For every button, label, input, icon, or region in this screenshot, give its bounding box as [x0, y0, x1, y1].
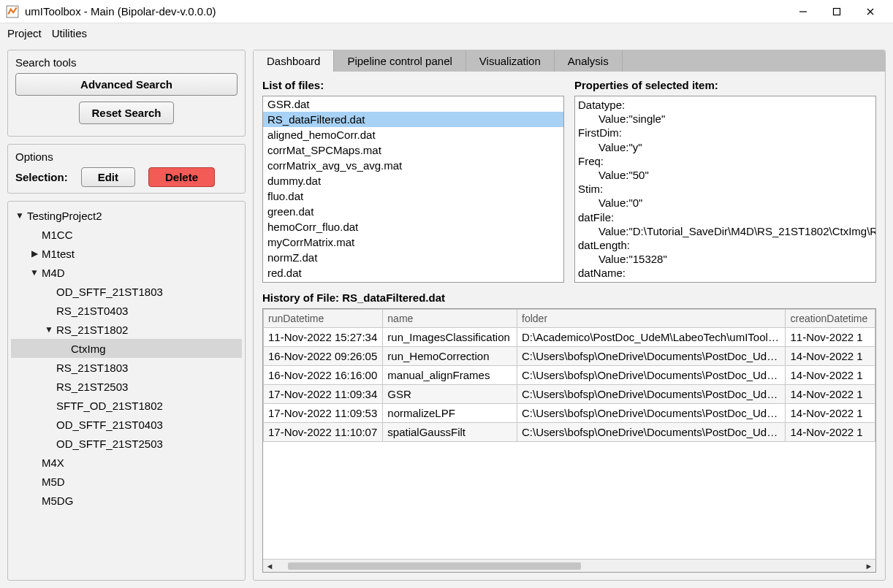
table-row[interactable]: 16-Nov-2022 16:16:00manual_alignFramesC:… — [264, 366, 875, 385]
tree-item-label: M1CC — [40, 229, 73, 241]
history-table-wrap: runDatetime name folder creationDatetime… — [262, 308, 876, 573]
table-cell: 14-Nov-2022 1 — [786, 404, 875, 423]
table-cell: C:\Users\bofsp\OneDrive\Documents\PostDo… — [517, 404, 786, 423]
tree-item[interactable]: ▶M1test — [11, 244, 242, 263]
table-cell: 14-Nov-2022 1 — [786, 366, 875, 385]
tree-item-label: OD_SFTF_21ST2503 — [55, 438, 163, 450]
file-list-item[interactable]: myCorrMatrix.mat — [263, 234, 563, 250]
tree-item-label: OD_SFTF_21ST0403 — [55, 419, 163, 431]
table-cell: 14-Nov-2022 1 — [786, 423, 875, 442]
property-value: Value:"data" — [578, 280, 873, 283]
table-row[interactable]: 16-Nov-2022 09:26:05run_HemoCorrectionC:… — [264, 347, 875, 366]
table-cell: C:\Users\bofsp\OneDrive\Documents\PostDo… — [517, 366, 786, 385]
tree-item-label: M5D — [40, 476, 65, 488]
search-tools-panel: Search tools Advanced Search Reset Searc… — [7, 50, 246, 137]
property-value: Value:"y" — [578, 140, 873, 154]
property-key: datName: — [578, 266, 873, 280]
scroll-thumb[interactable] — [288, 562, 581, 570]
table-cell: spatialGaussFilt — [383, 423, 517, 442]
tree-item-label: RS_21ST0403 — [55, 305, 128, 317]
th-name[interactable]: name — [383, 310, 517, 328]
close-button[interactable] — [854, 0, 887, 23]
advanced-search-button[interactable]: Advanced Search — [15, 73, 238, 96]
menu-project[interactable]: Project — [7, 27, 42, 39]
tree-item[interactable]: ▼RS_21ST1802 — [11, 320, 242, 339]
file-list-item[interactable]: green.dat — [263, 204, 563, 219]
tree-item[interactable]: OD_SFTF_21ST0403 — [11, 415, 242, 434]
tree-item[interactable]: M4X — [11, 453, 242, 472]
history-title: History of File: RS_dataFiltered.dat — [262, 291, 876, 304]
tab-dashboard[interactable]: Dashboard — [254, 50, 334, 72]
tree-item[interactable]: ▼M4D — [11, 263, 242, 282]
tree-item[interactable]: RS_21ST1803 — [11, 358, 242, 377]
th-creationdatetime[interactable]: creationDatetime — [786, 310, 875, 328]
tree-item[interactable]: M5D — [11, 472, 242, 491]
file-list-item[interactable]: corrMat_SPCMaps.mat — [263, 142, 563, 158]
tree-toggle-icon[interactable]: ▼ — [43, 324, 55, 335]
file-list-item[interactable]: RS_dataFiltered.dat — [263, 112, 563, 127]
project-tree[interactable]: ▼ TestingProject2 M1CC▶M1test▼M4DOD_SFTF… — [11, 206, 242, 510]
tree-item-label: M5DG — [40, 495, 73, 507]
maximize-button[interactable] — [820, 0, 854, 23]
scroll-left-icon[interactable]: ◄ — [263, 560, 276, 573]
tabstrip: Dashboard Pipeline control panel Visuali… — [254, 50, 885, 72]
tab-analysis[interactable]: Analysis — [555, 50, 623, 72]
table-row[interactable]: 11-Nov-2022 15:27:34run_ImagesClassifica… — [264, 328, 875, 347]
file-list-item[interactable]: red.dat — [263, 265, 563, 280]
file-list-item[interactable]: hemoCorr_fluo.dat — [263, 219, 563, 234]
minimize-button[interactable] — [786, 0, 820, 23]
file-listbox[interactable]: GSR.datRS_dataFiltered.dataligned_hemoCo… — [262, 96, 564, 283]
file-list-item[interactable]: dummy.dat — [263, 173, 563, 188]
tree-item[interactable]: CtxImg — [11, 339, 242, 358]
table-row[interactable]: 17-Nov-2022 11:09:34GSRC:\Users\bofsp\On… — [264, 385, 875, 404]
tree-item[interactable]: SFTF_OD_21ST1802 — [11, 396, 242, 415]
edit-button[interactable]: Edit — [81, 167, 135, 187]
reset-search-button[interactable]: Reset Search — [79, 102, 173, 124]
table-cell: run_ImagesClassification — [383, 328, 517, 347]
file-list-item[interactable]: aligned_hemoCorr.dat — [263, 127, 563, 142]
tab-pipeline[interactable]: Pipeline control panel — [334, 50, 466, 72]
options-title: Options — [15, 150, 238, 163]
properties-box[interactable]: Datatype:Value:"single"FirstDim:Value:"y… — [574, 96, 876, 283]
file-list-item[interactable]: corrMatrix_avg_vs_avg.mat — [263, 158, 563, 173]
options-panel: Options Selection: Edit Delete — [7, 144, 246, 194]
tree-toggle-icon[interactable]: ▶ — [28, 248, 40, 259]
table-row[interactable]: 17-Nov-2022 11:10:07spatialGaussFiltC:\U… — [264, 423, 875, 442]
history-table[interactable]: runDatetime name folder creationDatetime… — [263, 309, 875, 442]
table-cell: 14-Nov-2022 1 — [786, 385, 875, 404]
tree-item[interactable]: OD_SFTF_21ST1803 — [11, 282, 242, 301]
tree-root[interactable]: ▼ TestingProject2 — [11, 206, 242, 225]
property-key: Stim: — [578, 182, 873, 196]
window-title: umIToolbox - Main (Bipolar-dev-v.0.0.0) — [25, 5, 216, 18]
tree-item-label: RS_21ST1803 — [55, 362, 128, 374]
tree-toggle-icon[interactable]: ▼ — [14, 210, 26, 221]
th-rundatetime[interactable]: runDatetime — [264, 310, 383, 328]
selection-label: Selection: — [15, 171, 68, 183]
tree-item[interactable]: M5DG — [11, 491, 242, 510]
delete-button[interactable]: Delete — [148, 167, 215, 187]
file-list-item[interactable]: GSR.dat — [263, 96, 563, 112]
table-cell: 11-Nov-2022 1 — [786, 328, 875, 347]
tab-visualization[interactable]: Visualization — [466, 50, 555, 72]
tree-item[interactable]: RS_21ST2503 — [11, 377, 242, 396]
tree-item[interactable]: RS_21ST0403 — [11, 301, 242, 320]
table-cell: manual_alignFrames — [383, 366, 517, 385]
file-list-item[interactable]: fluo.dat — [263, 188, 563, 204]
tree-item[interactable]: M1CC — [11, 225, 242, 244]
property-key: datLength: — [578, 238, 873, 252]
tree-item-label: CtxImg — [69, 343, 106, 355]
tree-item-label: RS_21ST2503 — [55, 381, 128, 393]
tree-panel: ▼ TestingProject2 M1CC▶M1test▼M4DOD_SFTF… — [7, 201, 246, 581]
file-list-item[interactable]: normZ.dat — [263, 250, 563, 265]
horizontal-scrollbar[interactable]: ◄ ► — [263, 559, 875, 572]
tree-item[interactable]: OD_SFTF_21ST2503 — [11, 434, 242, 453]
tree-item-label: RS_21ST1802 — [55, 324, 128, 336]
table-cell: 14-Nov-2022 1 — [786, 347, 875, 366]
menu-utilities[interactable]: Utilities — [52, 27, 87, 39]
tree-item-label: M4X — [40, 457, 64, 469]
tree-toggle-icon[interactable]: ▼ — [28, 267, 40, 278]
th-folder[interactable]: folder — [517, 310, 786, 328]
table-row[interactable]: 17-Nov-2022 11:09:53normalizeLPFC:\Users… — [264, 404, 875, 423]
scroll-right-icon[interactable]: ► — [862, 560, 875, 573]
property-value: Value:"single" — [578, 112, 873, 126]
